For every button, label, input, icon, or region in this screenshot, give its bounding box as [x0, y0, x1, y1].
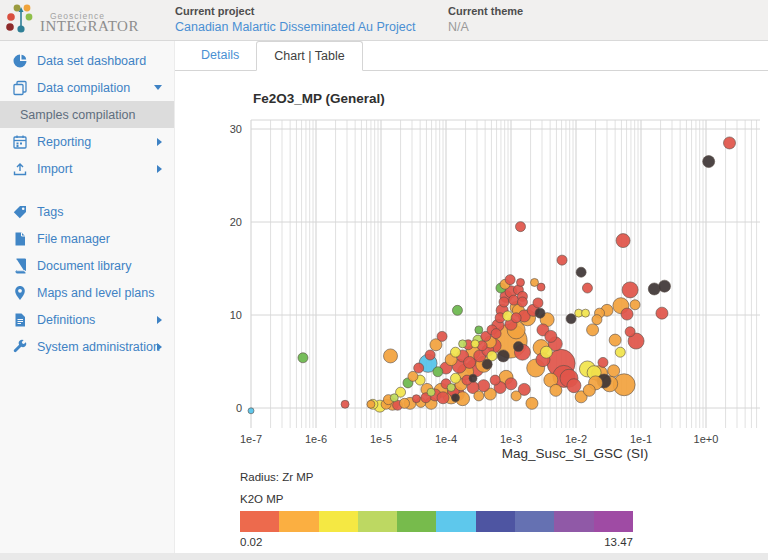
tab-chart-table[interactable]: Chart | Table — [256, 41, 362, 71]
sidebar-item-data-set-dashboard[interactable]: Data set dashboard — [0, 47, 174, 74]
svg-text:1e-2: 1e-2 — [565, 433, 587, 445]
chevron-down-icon — [154, 85, 162, 90]
file-icon — [12, 231, 28, 247]
scatter-point — [450, 373, 460, 383]
book-icon — [12, 258, 28, 274]
sidebar-item-tags[interactable]: Tags — [0, 198, 174, 225]
scatter-point — [478, 380, 490, 392]
sidebar-item-label: System administration — [37, 340, 160, 354]
color-scale-min: 0.02 — [240, 536, 262, 548]
copy-icon — [12, 80, 28, 96]
current-project-block: Current project Canadian Malartic Dissem… — [175, 5, 415, 34]
pie-chart-icon — [12, 53, 28, 69]
scatter-point — [248, 408, 254, 414]
scatter-point — [517, 297, 527, 307]
scatter-point — [598, 357, 608, 367]
scatter-point — [531, 278, 539, 286]
scatter-point — [582, 283, 592, 293]
current-project-value[interactable]: Canadian Malartic Disseminated Au Projec… — [175, 20, 415, 34]
scatter-point — [513, 342, 523, 352]
sidebar-item-label: Samples compilation — [20, 108, 135, 122]
scatter-point — [427, 388, 435, 396]
scatter-point — [469, 374, 477, 382]
sidebar-item-label: Definitions — [37, 313, 95, 327]
x-axis-title: Mag_Susc_SI_GSC (SI) — [375, 446, 768, 461]
color-legend-label: K2O MP — [240, 493, 283, 505]
color-scale-range: 0.02 13.47 — [240, 536, 633, 548]
scatter-point — [505, 378, 517, 390]
logo-dots-icon — [6, 2, 42, 36]
sidebar-item-data-compilation[interactable]: Data compilation — [0, 74, 174, 101]
scatter-point — [451, 394, 459, 402]
color-scale-segment — [436, 511, 475, 532]
svg-text:1e-4: 1e-4 — [435, 433, 457, 445]
sidebar-item-file-manager[interactable]: File manager — [0, 225, 174, 252]
scatter-point — [450, 347, 460, 357]
current-theme-label: Current theme — [448, 5, 523, 17]
sidebar-item-label: Import — [37, 162, 72, 176]
main-content: Details Chart | Table Fe2O3_MP (General)… — [175, 41, 768, 553]
scatter-point — [425, 350, 435, 360]
sidebar-item-label: Data compilation — [37, 81, 130, 95]
scatter-point — [550, 384, 562, 396]
chevron-right-icon — [157, 138, 162, 146]
scatter-point — [535, 308, 545, 318]
scatter-point — [621, 308, 633, 320]
svg-text:1e-1: 1e-1 — [630, 433, 652, 445]
color-scale-segment — [397, 511, 436, 532]
scatter-point — [341, 400, 349, 408]
svg-text:20: 20 — [230, 216, 242, 228]
scatter-point — [630, 300, 640, 310]
scatter-point — [298, 353, 308, 363]
sidebar-item-label: Document library — [37, 259, 131, 273]
scatter-point — [408, 371, 418, 381]
scatter-point — [475, 326, 483, 334]
sidebar-item-maps-and-level-plans[interactable]: Maps and level plans — [0, 279, 174, 306]
scatter-point — [471, 340, 479, 348]
svg-text:1e-3: 1e-3 — [500, 433, 522, 445]
scatter-point — [703, 156, 715, 168]
chevron-right-icon — [157, 316, 162, 324]
scatter-point — [616, 234, 630, 248]
scatter-point — [490, 375, 500, 385]
color-scale-segment — [594, 511, 633, 532]
sidebar-item-label: File manager — [37, 232, 110, 246]
scatter-point — [659, 280, 671, 292]
sidebar-item-reporting[interactable]: Reporting — [0, 128, 174, 155]
scatter-point — [615, 347, 625, 357]
tab-details[interactable]: Details — [184, 41, 256, 70]
svg-text:1e-7: 1e-7 — [240, 433, 262, 445]
top-header: Geoscience INTEGRATOR Current project Ca… — [0, 0, 768, 41]
sidebar-item-samples-compilation[interactable]: Samples compilation — [0, 101, 174, 128]
color-scale-max: 13.47 — [604, 536, 633, 548]
scatter-point — [400, 398, 410, 408]
scatter-point — [511, 313, 521, 323]
scatter-point — [515, 222, 525, 232]
sidebar-item-definitions[interactable]: Definitions — [0, 306, 174, 333]
sidebar-item-document-library[interactable]: Document library — [0, 252, 174, 279]
sidebar-item-system-administration[interactable]: System administration — [0, 333, 174, 360]
current-theme-block: Current theme N/A — [448, 5, 523, 34]
scatter-point — [497, 350, 509, 362]
geoscience-integrator-logo: Geoscience INTEGRATOR — [6, 2, 171, 38]
sidebar-item-import[interactable]: Import — [0, 155, 174, 182]
scatter-chart: 01020301e-71e-61e-51e-41e-31e-21e-11e+0 — [175, 85, 768, 460]
color-scale-segment — [319, 511, 358, 532]
svg-text:0: 0 — [236, 402, 242, 414]
svg-text:10: 10 — [230, 309, 242, 321]
scatter-point — [581, 309, 589, 317]
scatter-point — [505, 275, 515, 285]
scatter-point — [437, 331, 447, 341]
scatter-point — [459, 340, 467, 348]
map-marker-icon — [12, 285, 28, 301]
scatter-point — [609, 334, 621, 346]
app-window: Geoscience INTEGRATOR Current project Ca… — [0, 0, 768, 560]
color-scale-segment — [554, 511, 593, 532]
scatter-point — [474, 391, 484, 401]
wrench-icon — [12, 339, 28, 355]
scatter-point — [587, 324, 599, 336]
scatter-point — [452, 305, 462, 315]
tag-icon — [12, 204, 28, 220]
tab-bar: Details Chart | Table — [175, 41, 768, 71]
scatter-point — [367, 400, 375, 408]
